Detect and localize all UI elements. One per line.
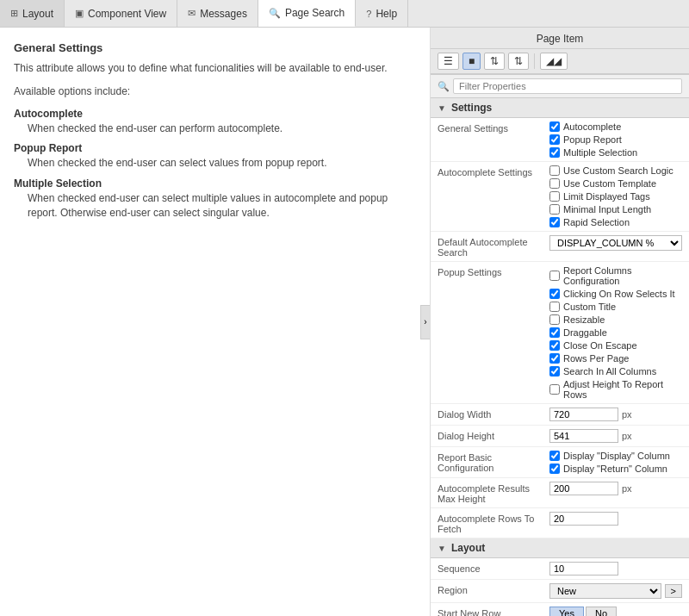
custom-template-checkbox-item[interactable]: Use Custom Template (549, 178, 682, 189)
popup-settings-label: Popup Settings (438, 265, 549, 277)
minimal-input-length-checkbox[interactable] (549, 204, 560, 215)
right-toolbar: ☰ ■ ⇅ ⇅ ◢◢ (431, 49, 689, 74)
settings-section-header[interactable]: ▼ Settings (431, 98, 689, 118)
default-autocomplete-value: DISPLAY_COLUMN % (549, 235, 682, 251)
region-navigate-btn[interactable]: > (665, 584, 682, 598)
clicking-row-selects-it-checkbox[interactable] (549, 289, 560, 299)
close-on-escape-checkbox[interactable] (549, 340, 560, 351)
region-select[interactable]: New (549, 583, 661, 599)
align-justify-btn[interactable]: ⇅ (508, 53, 529, 70)
report-basic-config-label: Report Basic Configuration (438, 451, 549, 473)
custom-template-checkbox[interactable] (549, 178, 560, 189)
collapse-arrow[interactable]: › (420, 305, 431, 339)
return-column-label: Display "Return" Column (563, 464, 667, 474)
autocomplete-search-select[interactable]: DISPLAY_COLUMN % (549, 235, 682, 251)
custom-search-logic-checkbox-item[interactable]: Use Custom Search Logic (549, 165, 682, 176)
align-right-btn[interactable]: ⇅ (484, 53, 505, 70)
dialog-width-label: Dialog Width (438, 408, 549, 420)
autocomplete-rows-input[interactable] (549, 512, 618, 526)
autocomplete-section-desc: When checked the end-user can perform au… (14, 121, 416, 136)
report-columns-config-item[interactable]: Report Columns Configuration (549, 265, 682, 286)
region-value: New > (549, 583, 682, 599)
resizable-checkbox[interactable] (549, 314, 560, 325)
multiple-selection-checkbox-item[interactable]: Multiple Selection (549, 147, 682, 158)
rapid-selection-checkbox-item[interactable]: Rapid Selection (549, 217, 682, 227)
adjust-height-label: Adjust Height To Report Rows (563, 379, 682, 400)
draggable-checkbox[interactable] (549, 327, 560, 338)
minimal-input-length-checkbox-item[interactable]: Minimal Input Length (549, 204, 682, 215)
limit-displayed-tags-checkbox[interactable] (549, 191, 560, 202)
rows-per-page-checkbox[interactable] (549, 353, 560, 364)
messages-icon: ✉ (188, 8, 196, 19)
autocomplete-checkbox-item[interactable]: Autocomplete (549, 121, 682, 132)
display-column-item[interactable]: Display "Display" Column (549, 451, 682, 461)
return-column-checkbox[interactable] (549, 464, 560, 474)
dialog-width-input[interactable] (549, 408, 618, 421)
custom-title-item[interactable]: Custom Title (549, 302, 682, 312)
region-select-row: New > (549, 583, 682, 599)
autocomplete-settings-label: Autocomplete Settings (438, 165, 549, 177)
toolbar-divider (534, 53, 535, 69)
autocomplete-max-height-label: Autocomplete Results Max Height (438, 482, 549, 504)
autocomplete-rows-value (549, 512, 682, 526)
popup-report-section-title: Popup Report (14, 142, 416, 154)
dialog-height-unit: px (622, 431, 632, 441)
popup-settings-checkboxes: Report Columns Configuration Clicking On… (549, 265, 682, 400)
page-search-icon: 🔍 (269, 8, 281, 19)
tab-layout[interactable]: ⊞ Layout (0, 0, 65, 27)
clicking-row-selects-it-item[interactable]: Clicking On Row Selects It (549, 289, 682, 299)
layout-icon: ⊞ (10, 8, 18, 19)
resizable-item[interactable]: Resizable (549, 314, 682, 325)
limit-displayed-tags-checkbox-item[interactable]: Limit Displayed Tags (549, 191, 682, 202)
tab-page-search[interactable]: 🔍 Page Search (258, 0, 356, 27)
rapid-selection-label: Rapid Selection (563, 217, 630, 227)
tab-layout-label: Layout (22, 8, 53, 20)
tab-component-view[interactable]: ▣ Component View (65, 0, 177, 27)
autocomplete-max-height-input[interactable] (549, 482, 618, 495)
search-all-columns-item[interactable]: Search In All Columns (549, 366, 682, 376)
yes-no-group: Yes No (549, 607, 682, 616)
multiple-selection-checkbox[interactable] (549, 147, 560, 158)
dialog-height-input[interactable] (549, 429, 618, 443)
filter-input[interactable] (453, 78, 682, 94)
autocomplete-rows-row: Autocomplete Rows To Fetch (431, 508, 689, 538)
yes-button[interactable]: Yes (549, 607, 584, 616)
popup-settings-value: Report Columns Configuration Clicking On… (549, 265, 682, 400)
align-center-btn[interactable]: ■ (462, 53, 481, 70)
dialog-height-label: Dialog Height (438, 429, 549, 441)
limit-displayed-tags-label: Limit Displayed Tags (563, 191, 650, 202)
report-basic-config-value: Display "Display" Column Display "Return… (549, 451, 682, 474)
dialog-width-input-group: px (549, 408, 682, 421)
layout-section-header[interactable]: ▼ Layout (431, 538, 689, 558)
tab-messages[interactable]: ✉ Messages (177, 0, 258, 27)
tab-help-label: Help (376, 8, 397, 20)
display-column-checkbox[interactable] (549, 451, 560, 461)
right-content: ▼ Settings General Settings Autocomplete… (431, 98, 689, 616)
options-label: Available options include: (14, 84, 416, 99)
left-panel: General Settings This attribute allows y… (0, 28, 431, 616)
rapid-selection-checkbox[interactable] (549, 217, 560, 227)
report-columns-config-checkbox[interactable] (549, 271, 560, 281)
return-column-item[interactable]: Display "Return" Column (549, 464, 682, 474)
right-panel-title: Page Item (431, 28, 689, 49)
align-left-btn[interactable]: ☰ (438, 53, 459, 70)
draggable-item[interactable]: Draggable (549, 327, 682, 338)
autocomplete-checkbox[interactable] (549, 121, 560, 132)
tab-help[interactable]: ? Help (356, 0, 408, 27)
right-header: Page Item ☰ ■ ⇅ ⇅ ◢◢ (431, 28, 689, 75)
custom-title-checkbox[interactable] (549, 302, 560, 312)
adjust-height-item[interactable]: Adjust Height To Report Rows (549, 379, 682, 400)
rows-per-page-item[interactable]: Rows Per Page (549, 353, 682, 364)
autocomplete-settings-value: Use Custom Search Logic Use Custom Templ… (549, 165, 682, 227)
more-options-btn[interactable]: ◢◢ (540, 53, 568, 70)
dialog-width-unit: px (622, 409, 632, 420)
no-button[interactable]: No (586, 607, 617, 616)
popup-report-checkbox[interactable] (549, 134, 560, 145)
popup-report-checkbox-item[interactable]: Popup Report (549, 134, 682, 145)
sequence-input[interactable] (549, 562, 618, 576)
custom-search-logic-checkbox[interactable] (549, 165, 560, 176)
search-all-columns-checkbox[interactable] (549, 366, 560, 376)
custom-title-label: Custom Title (563, 302, 616, 312)
adjust-height-checkbox[interactable] (549, 384, 560, 395)
close-on-escape-item[interactable]: Close On Escape (549, 340, 682, 351)
